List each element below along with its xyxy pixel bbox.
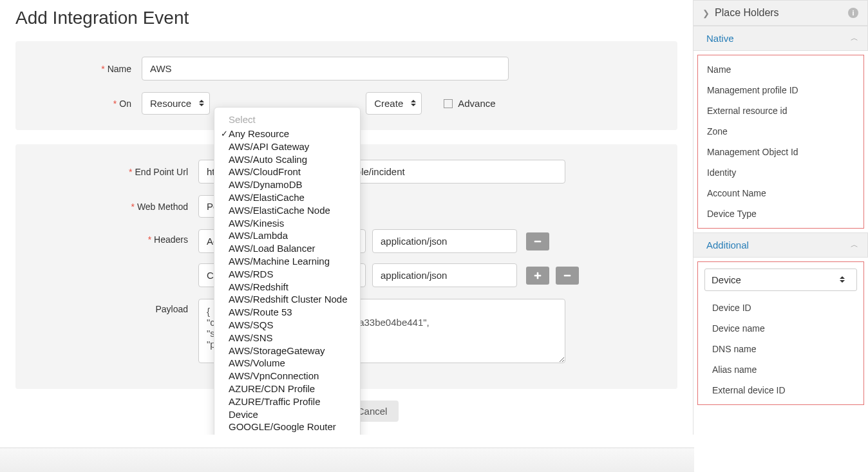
placeholder-item[interactable]: Device ID [703,297,858,318]
placeholder-item[interactable]: DNS name [703,339,858,359]
dropdown-option[interactable]: ✓Any Resource [214,127,360,140]
dropdown-option[interactable]: AWS/SNS [214,332,360,345]
payload-label: Payload [26,299,198,314]
remove-header-button[interactable] [556,267,579,285]
dropdown-option[interactable]: AWS/ElastiCache [214,191,360,204]
option-text: AWS/ElastiCache [229,191,305,204]
resource-select[interactable]: Resource [142,92,210,115]
dropdown-option[interactable]: AWS/Volume [214,357,360,370]
placeholder-item[interactable]: Identity [698,162,863,183]
advance-checkbox[interactable] [444,99,453,108]
name-label: *Name [26,64,142,74]
dropdown-option[interactable]: AWS/Redshift Cluster Node [214,293,360,306]
option-text: AWS/Load Balancer [229,242,316,255]
placeholders-header[interactable]: ❯ Place Holders i [693,0,868,26]
option-text: AWS/Lambda [229,229,288,242]
add-header-button[interactable] [526,267,549,285]
option-text: Device [229,408,258,421]
dropdown-option[interactable]: Device [214,408,360,421]
device-select[interactable]: Device [704,269,857,291]
minus-icon [563,271,572,280]
dropdown-option[interactable]: GOOGLE/Google Router [214,420,360,433]
option-text: AWS/Redshift [229,281,288,294]
option-text: AWS/DynamoDB [229,178,302,191]
dropdown-option[interactable]: AWS/Auto Scaling [214,153,360,166]
option-text: AWS/Redshift Cluster Node [229,293,348,306]
placeholder-item[interactable]: Account Name [698,183,863,203]
dropdown-option[interactable]: AWS/Redshift [214,281,360,294]
additional-list: Device Device IDDevice nameDNS nameAlias… [697,261,864,405]
advance-label: Advance [458,98,495,109]
action-select[interactable]: Create [366,92,422,115]
headers-label: *Headers [26,229,198,245]
placeholder-item[interactable]: Device Type [698,203,863,224]
svg-rect-3 [564,274,571,276]
placeholder-item[interactable]: Alias name [703,359,858,380]
dropdown-option[interactable]: AWS/Lambda [214,229,360,242]
check-icon: ✓ [220,128,229,139]
svg-rect-2 [537,272,539,279]
additional-accordion[interactable]: Additional ︿ [693,232,868,258]
option-text: AWS/ElastiCache Node [229,204,330,217]
info-icon[interactable]: i [848,8,858,18]
option-text: AWS/Kinesis [229,217,284,230]
option-text: AWS/API Gateway [229,140,309,153]
dropdown-option[interactable]: AWS/RDS [214,268,360,281]
plus-icon [533,271,542,280]
placeholder-item[interactable]: Management Object Id [698,142,863,162]
chevron-right-icon: ❯ [703,8,710,18]
option-text: AWS/VpnConnection [229,370,319,382]
chevron-up-icon: ︿ [851,33,858,44]
header2-value-input[interactable] [372,263,517,287]
name-input[interactable] [142,57,509,80]
placeholder-item[interactable]: Management profile ID [698,80,863,100]
placeholder-item[interactable]: External device ID [703,380,858,401]
option-text: AZURE/CDN Profile [229,382,315,395]
dropdown-option[interactable]: AZURE/CDN Profile [214,382,360,395]
endpoint-label: *End Point Url [26,167,198,177]
remove-header-button[interactable] [526,232,549,250]
dropdown-option[interactable]: AWS/CloudFront [214,165,360,178]
on-label: *On [26,99,142,109]
option-text: AWS/Route 53 [229,306,292,319]
option-text: GOOGLE/Subscription [229,433,326,435]
dropdown-option[interactable]: AWS/API Gateway [214,140,360,153]
dropdown-option[interactable]: AWS/Load Balancer [214,242,360,255]
dropdown-option[interactable]: AWS/StorageGateway [214,345,360,357]
dropdown-option[interactable]: AWS/Route 53 [214,306,360,319]
option-text: AWS/Machine Learning [229,255,330,268]
dropdown-option[interactable]: AWS/DynamoDB [214,178,360,191]
dropdown-heading: Select [214,113,360,127]
option-text: AZURE/Traffic Profile [229,395,321,408]
option-text: Any Resource [229,127,289,140]
placeholder-item[interactable]: Device name [703,318,858,339]
native-list: NameManagement profile IDExternal resour… [697,55,864,229]
option-text: AWS/SQS [229,319,273,332]
placeholder-item[interactable]: External resource id [698,100,863,121]
placeholders-panel: ❯ Place Holders i Native ︿ NameManagemen… [693,0,868,435]
placeholder-item[interactable]: Zone [698,121,863,142]
dropdown-option[interactable]: AWS/VpnConnection [214,370,360,382]
option-text: GOOGLE/Google Router [229,420,336,433]
placeholder-item[interactable]: Name [698,59,863,80]
option-text: AWS/RDS [229,268,273,281]
chevron-up-icon: ︿ [851,240,858,250]
page-title: Add Integration Event [15,8,677,28]
dropdown-option[interactable]: AWS/Machine Learning [214,255,360,268]
option-text: AWS/SNS [229,332,273,345]
dropdown-option[interactable]: AWS/SQS [214,319,360,332]
svg-rect-0 [534,240,542,242]
option-text: AWS/Auto Scaling [229,153,307,166]
option-text: AWS/CloudFront [229,165,301,178]
native-accordion[interactable]: Native ︿ [693,26,868,51]
webmethod-label: *Web Method [26,202,198,212]
dropdown-option[interactable]: GOOGLE/Subscription [214,433,360,435]
header1-value-input[interactable] [372,229,517,253]
dropdown-option[interactable]: AWS/Kinesis [214,217,360,230]
resource-type-dropdown[interactable]: Select ✓Any ResourceAWS/API GatewayAWS/A… [214,107,361,435]
dropdown-option[interactable]: AZURE/Traffic Profile [214,395,360,408]
minus-icon [533,237,542,246]
dropdown-option[interactable]: AWS/ElastiCache Node [214,204,360,217]
option-text: AWS/Volume [229,357,285,370]
option-text: AWS/StorageGateway [229,345,325,357]
